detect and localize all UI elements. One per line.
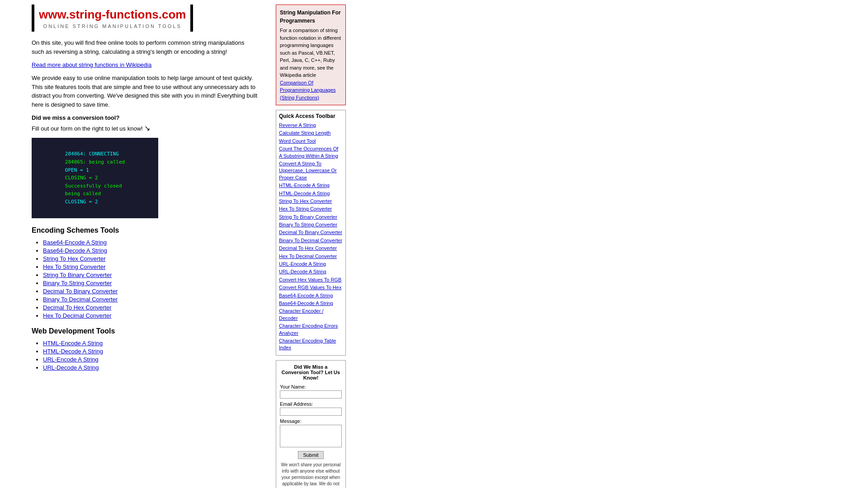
coding-image: 284064: CONNECTING 284065: being called … <box>32 138 158 218</box>
list-item: Base64-Decode A String <box>43 247 258 254</box>
logo-bar-left <box>32 5 34 32</box>
quick-access-link[interactable]: String To Binary Converter <box>279 214 343 221</box>
encoding-tool-link[interactable]: String To Binary Converter <box>43 272 112 278</box>
list-item: Binary To Decimal Converter <box>43 296 258 303</box>
message-field-group: Message: <box>280 418 342 448</box>
wiki-link[interactable]: Read more about string functions in Wiki… <box>32 61 258 68</box>
string-manipulation-title: String Manipulation For Programmers <box>280 9 342 25</box>
provide-paragraph: We provide easy to use online manipulati… <box>32 74 258 109</box>
quick-access-link[interactable]: Hex To String Converter <box>279 206 343 212</box>
quick-access-link[interactable]: URL-Decode A String <box>279 268 343 275</box>
encoding-tool-link[interactable]: Hex To String Converter <box>43 263 106 270</box>
web-dev-tool-link[interactable]: HTML-Decode A String <box>43 348 103 355</box>
string-manipulation-text: For a comparison of string function nota… <box>280 28 341 78</box>
quick-access-link[interactable]: Convert Hex Values To RGB <box>279 277 343 283</box>
intro-paragraph: On this site, you will find free online … <box>32 38 258 56</box>
web-dev-tool-link[interactable]: URL-Decode A String <box>43 364 99 371</box>
web-dev-tools-list: HTML-Encode A StringHTML-Decode A String… <box>32 340 258 371</box>
name-label: Your Name: <box>280 384 342 389</box>
encoding-section-title: Encoding Schemes Tools <box>32 226 258 235</box>
quick-access-link[interactable]: HTML-Decode A String <box>279 190 343 197</box>
message-label: Message: <box>280 418 342 424</box>
submit-button[interactable]: Submit <box>298 451 323 459</box>
coding-image-text: 284064: CONNECTING 284065: being called … <box>61 145 129 210</box>
name-input[interactable] <box>280 390 342 399</box>
quick-access-link[interactable]: Character Encoding Errors Analyzer <box>279 323 343 337</box>
quick-access-link[interactable]: Decimal To Hex Converter <box>279 245 343 252</box>
quick-access-title: Quick Access Toolbar <box>279 113 343 119</box>
encoding-tool-link[interactable]: Binary To String Converter <box>43 280 112 286</box>
list-item: Hex To Decimal Converter <box>43 312 258 319</box>
quick-access-link[interactable]: Hex To Decimal Converter <box>279 253 343 260</box>
quick-access-link[interactable]: Binary To Decimal Converter <box>279 237 343 244</box>
encoding-tool-link[interactable]: Decimal To Binary Converter <box>43 288 118 295</box>
email-field-group: Email Address: <box>280 401 342 416</box>
quick-access-link[interactable]: HTML-Encode A String <box>279 182 343 189</box>
web-dev-tool-link[interactable]: HTML-Encode A String <box>43 340 103 347</box>
encoding-tool-link[interactable]: String To Hex Converter <box>43 255 106 262</box>
conversion-form-box: Did We Miss a Conversion Tool? Let Us Kn… <box>276 360 346 488</box>
did-miss-heading: Did we miss a conversion tool? <box>32 114 258 121</box>
web-dev-section-title: Web Development Tools <box>32 327 258 335</box>
quick-access-link[interactable]: Convert A String To Uppercase, Lowercase… <box>279 160 343 181</box>
quick-access-links: Reverse A StringCalculate String LengthW… <box>279 122 343 352</box>
list-item: HTML-Encode A String <box>43 340 258 347</box>
quick-access-link[interactable]: String To Hex Converter <box>279 198 343 205</box>
logo-url: www.string-functions.com <box>39 8 186 22</box>
conversion-form-title: Did We Miss a Conversion Tool? Let Us Kn… <box>280 364 342 380</box>
list-item: Hex To String Converter <box>43 263 258 270</box>
encoding-tool-link[interactable]: Binary To Decimal Converter <box>43 296 118 303</box>
quick-access-link[interactable]: Calculate String Length <box>279 130 343 136</box>
encoding-tool-link[interactable]: Decimal To Hex Converter <box>43 304 111 311</box>
quick-access-link[interactable]: Reverse A String <box>279 122 343 129</box>
email-input[interactable] <box>280 408 342 416</box>
encoding-tool-link[interactable]: Hex To Decimal Converter <box>43 312 111 319</box>
quick-access-link[interactable]: Convert RGB Values To Hex <box>279 284 343 291</box>
logo-subtitle: ONLINE STRING MANIPULATION TOOLS <box>43 23 182 29</box>
quick-access-link[interactable]: Decimal To Binary Converter <box>279 229 343 236</box>
quick-access-link[interactable]: URL-Encode A String <box>279 261 343 267</box>
list-item: HTML-Decode A String <box>43 348 258 355</box>
name-field-group: Your Name: <box>280 384 342 399</box>
list-item: URL-Decode A String <box>43 364 258 371</box>
string-manipulation-link[interactable]: Comparison Of Programming Languages (Str… <box>280 80 336 100</box>
list-item: Decimal To Binary Converter <box>43 288 258 295</box>
list-item: Binary To String Converter <box>43 280 258 286</box>
right-panels: String Manipulation For Programmers For … <box>276 5 346 488</box>
list-item: String To Binary Converter <box>43 272 258 278</box>
encoding-tool-link[interactable]: Base64-Encode A String <box>43 239 107 246</box>
logo-area: www.string-functions.com ONLINE STRING M… <box>32 5 258 32</box>
list-item: Decimal To Hex Converter <box>43 304 258 311</box>
encoding-tool-link[interactable]: Base64-Decode A String <box>43 247 107 254</box>
quick-access-link[interactable]: Base64-Encode A String <box>279 292 343 299</box>
email-label: Email Address: <box>280 401 342 407</box>
privacy-text: We won't share your personal info with a… <box>280 462 342 488</box>
arrow-icon: ↘ <box>144 124 150 132</box>
web-dev-tool-link[interactable]: URL-Encode A String <box>43 356 99 363</box>
quick-access-link[interactable]: Word Count Tool <box>279 138 343 145</box>
logo-bar-right <box>190 5 193 32</box>
list-item: Base64-Encode A String <box>43 239 258 246</box>
quick-access-box: Quick Access Toolbar Reverse A StringCal… <box>276 110 346 356</box>
list-item: String To Hex Converter <box>43 255 258 262</box>
fill-out-text: Fill out our form on the right to let us… <box>32 124 258 132</box>
message-textarea[interactable] <box>280 425 342 447</box>
encoding-tools-list: Base64-Encode A StringBase64-Decode A St… <box>32 239 258 319</box>
logo-text: www.string-functions.com ONLINE STRING M… <box>39 8 186 29</box>
quick-access-link[interactable]: Count The Occurrences Of A Substring Wit… <box>279 145 343 160</box>
quick-access-link[interactable]: Character Encoding Table Index <box>279 338 343 352</box>
quick-access-link[interactable]: Character Encoder / Decoder <box>279 308 343 322</box>
string-manipulation-box: String Manipulation For Programmers For … <box>276 5 346 105</box>
quick-access-link[interactable]: Binary To String Converter <box>279 221 343 228</box>
quick-access-link[interactable]: Base64-Decode A String <box>279 300 343 307</box>
list-item: URL-Encode A String <box>43 356 258 363</box>
